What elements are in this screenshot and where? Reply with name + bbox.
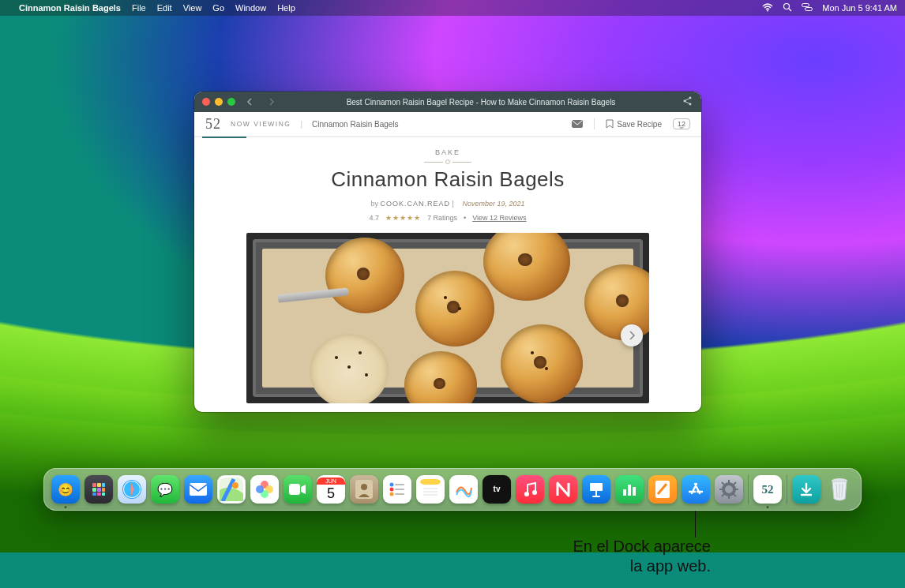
menubar-app-name[interactable]: Cinnamon Raisin Bagels [19, 3, 121, 13]
svg-rect-36 [395, 489, 404, 490]
dock-keynote[interactable] [582, 475, 610, 504]
finder-icon: 😊 [58, 482, 73, 497]
menu-edit[interactable]: Edit [157, 3, 172, 13]
messages-icon: 💬 [157, 482, 173, 497]
dock-mail[interactable] [184, 475, 212, 504]
svg-rect-12 [92, 488, 96, 492]
category-label[interactable]: BAKE [242, 148, 654, 156]
spotlight-icon[interactable] [783, 2, 792, 13]
pages-icon [655, 481, 670, 498]
svg-rect-53 [633, 487, 636, 496]
mail-icon [190, 483, 207, 496]
by-prefix: by [371, 200, 379, 208]
comment-count-badge[interactable]: 12 [673, 118, 690, 129]
carousel-next-button[interactable] [621, 324, 643, 346]
dock-settings[interactable] [715, 475, 743, 504]
hero-image [246, 233, 649, 403]
svg-rect-13 [97, 488, 101, 492]
music-icon [523, 481, 537, 497]
svg-point-56 [725, 485, 733, 493]
dock-appstore[interactable] [682, 475, 710, 504]
zoom-button[interactable] [227, 98, 235, 106]
email-icon[interactable] [572, 120, 583, 128]
svg-rect-16 [97, 492, 101, 496]
dock-maps[interactable] [217, 475, 246, 504]
titlebar[interactable]: Best Cinnamon Raisin Bagel Recipe - How … [194, 92, 701, 112]
view-reviews-link[interactable]: View 12 Reviews [472, 214, 526, 222]
svg-point-25 [232, 482, 238, 489]
dock-webapp-food52[interactable]: 52 [753, 475, 782, 504]
menu-help[interactable]: Help [277, 3, 295, 13]
site-logo[interactable]: 52 [205, 116, 221, 133]
dock-finder[interactable]: 😊 [51, 475, 80, 504]
dock-tv[interactable]: tv [483, 475, 511, 504]
wifi-icon[interactable] [762, 3, 773, 13]
dock-news[interactable] [549, 475, 577, 504]
menu-view[interactable]: View [183, 3, 202, 13]
dock-downloads[interactable] [792, 475, 821, 504]
menubar-datetime[interactable]: Mon Jun 5 9:41 AM [822, 3, 897, 13]
minimize-button[interactable] [215, 98, 223, 106]
traffic-lights [202, 98, 235, 106]
svg-rect-23 [190, 483, 207, 496]
svg-rect-34 [395, 484, 404, 485]
dock-notes[interactable] [416, 475, 445, 504]
dock-trash[interactable] [825, 475, 854, 504]
rating-value: 4.7 [369, 214, 379, 222]
share-icon[interactable] [682, 96, 693, 108]
svg-rect-10 [97, 483, 101, 487]
star-icons: ★★★★★ [385, 214, 421, 222]
byline: by COOK.CAN.READ | November 19, 2021 [242, 200, 654, 208]
save-recipe-button[interactable]: Save Recipe [606, 119, 662, 129]
svg-point-35 [390, 488, 394, 492]
dock-safari[interactable] [118, 475, 146, 504]
webapp-label: 52 [762, 483, 774, 496]
dock-facetime[interactable] [284, 475, 312, 504]
forward-button[interactable] [264, 96, 280, 108]
menu-file[interactable]: File [132, 3, 146, 13]
ornament [424, 159, 471, 164]
control-center-icon[interactable] [802, 3, 813, 13]
author-link[interactable]: COOK.CAN.READ [381, 200, 451, 208]
menu-go[interactable]: Go [212, 3, 224, 13]
svg-point-0 [767, 9, 768, 11]
news-icon [556, 481, 570, 497]
bullet: • [464, 214, 466, 222]
logo-underline [202, 137, 246, 138]
svg-line-63 [722, 494, 724, 496]
svg-text:tv: tv [494, 485, 501, 493]
svg-line-62 [734, 494, 736, 496]
calendar-day: 5 [327, 485, 335, 502]
contacts-icon [355, 480, 373, 499]
menu-window[interactable]: Window [235, 3, 266, 13]
close-button[interactable] [202, 98, 210, 106]
dock-pages[interactable] [648, 475, 677, 504]
dock-reminders[interactable] [383, 475, 411, 504]
dock-contacts[interactable] [350, 475, 378, 504]
svg-rect-3 [802, 4, 809, 7]
svg-rect-14 [102, 488, 105, 492]
svg-point-37 [390, 492, 394, 496]
maps-icon [220, 478, 243, 501]
dock: 😊 💬 JUN 5 [43, 468, 862, 511]
back-button[interactable] [242, 96, 257, 108]
breadcrumb[interactable]: Cinnamon Raisin Bagels [312, 120, 399, 129]
dock-messages[interactable]: 💬 [151, 475, 179, 504]
dock-launchpad[interactable] [84, 475, 113, 504]
svg-point-32 [361, 484, 367, 490]
byline-sep: | [452, 200, 456, 208]
facetime-icon [289, 483, 306, 496]
dock-numbers[interactable] [615, 475, 644, 504]
dock-calendar[interactable]: JUN 5 [317, 475, 345, 504]
dock-music[interactable] [516, 475, 544, 504]
photos-icon [255, 480, 274, 499]
svg-point-33 [390, 483, 394, 487]
svg-line-61 [722, 482, 724, 485]
article-title: Cinnamon Raisin Bagels [242, 167, 654, 192]
svg-rect-52 [628, 485, 631, 496]
webapp-window: Best Cinnamon Raisin Bagel Recipe - How … [194, 92, 701, 412]
callout-text: En el Dock aparece la app web. [442, 537, 711, 576]
launchpad-icon [91, 481, 107, 497]
dock-freeform[interactable] [449, 475, 478, 504]
dock-photos[interactable] [250, 475, 279, 504]
